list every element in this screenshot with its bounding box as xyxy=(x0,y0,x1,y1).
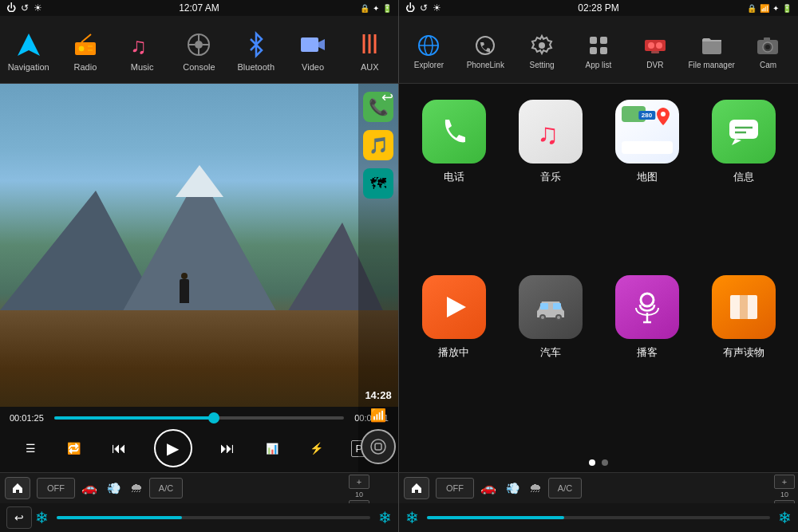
eq-button[interactable]: 📊 xyxy=(263,439,282,458)
page-dot-1[interactable] xyxy=(589,459,595,466)
bottom-left-vol-plus[interactable]: + xyxy=(349,475,369,489)
shuffle-button[interactable]: ⚡ xyxy=(306,439,326,458)
maps-app-icon: 280 xyxy=(615,100,679,164)
left-status-bar: ⏻ ↺ ☀ 12:07 AM 🔒 ✦ 🔋 xyxy=(0,0,398,16)
video-scene xyxy=(0,84,398,407)
video-controls: 00:01:25 00:02:31 ☰ 🔁 ⏮ ▶ ⏭ 📊 ⚡ PIP xyxy=(0,407,398,472)
play-button[interactable]: ▶ xyxy=(154,429,192,467)
bottom-right-vol-plus[interactable]: + xyxy=(774,475,795,489)
sidebar-item-aux[interactable]: AUX xyxy=(346,29,393,72)
phonelink-icon xyxy=(471,31,500,60)
video-icon xyxy=(297,29,329,61)
explorer-label: Explorer xyxy=(414,61,444,69)
sidebar-item-phonelink[interactable]: PhoneLink xyxy=(458,31,512,69)
app-item-messages[interactable]: 信息 xyxy=(701,100,785,262)
app-item-car[interactable]: 汽车 xyxy=(508,275,592,438)
bluetooth-label: Bluetooth xyxy=(238,62,275,72)
svg-rect-54 xyxy=(730,295,741,319)
page-dot-2[interactable] xyxy=(602,459,608,466)
snow-cap xyxy=(176,165,223,197)
svg-point-29 xyxy=(656,42,662,49)
right-status-icons-left: ⏻ ↺ ☀ xyxy=(405,2,441,14)
prev-button[interactable]: ⏮ xyxy=(109,437,129,460)
bottom-left-fan-track[interactable] xyxy=(57,516,370,519)
bottom-right-fan-right-icon: ❄ xyxy=(778,508,792,527)
svg-rect-45 xyxy=(540,303,548,309)
progress-bar-container: 00:01:25 00:02:31 xyxy=(10,413,389,423)
nowplaying-app-icon xyxy=(422,275,486,339)
bottom-right-fan-row: ❄ ❄ xyxy=(399,503,798,533)
svg-rect-27 xyxy=(645,40,666,51)
messages-app-label: 信息 xyxy=(733,170,754,184)
maps-app-label: 地图 xyxy=(637,170,658,184)
sidebar-item-filemanager[interactable]: File manager xyxy=(685,31,739,69)
music-icon: ♫ xyxy=(126,29,158,61)
progress-fill xyxy=(54,416,214,420)
left-status-icons: ⏻ ↺ ☀ xyxy=(6,2,42,14)
back-icon: ↩ xyxy=(14,511,24,524)
repeat-button[interactable]: 🔁 xyxy=(64,439,84,458)
bottom-right-fan-track[interactable] xyxy=(427,516,770,519)
app-item-maps[interactable]: 280 地图 xyxy=(605,100,689,262)
bottom-right-off-button[interactable]: OFF xyxy=(436,478,474,499)
svg-rect-13 xyxy=(301,37,318,52)
setting-label: Setting xyxy=(530,61,555,69)
car-app-icon xyxy=(519,275,583,339)
svg-rect-40 xyxy=(729,120,758,139)
right-lock-icon: 🔒 xyxy=(747,4,757,13)
bottom-right-ac-button[interactable]: A/C xyxy=(548,478,582,499)
bottom-right-fan-left-icon: ❄ xyxy=(405,508,419,527)
sidebar-item-console[interactable]: Console xyxy=(175,29,223,72)
sidebar-item-navigation[interactable]: Navigation xyxy=(5,29,53,72)
app-item-music[interactable]: ♫ 音乐 xyxy=(508,100,592,262)
bottom-right-car-icon: 🚗 xyxy=(477,480,500,495)
mini-maps-button[interactable]: 🗺 xyxy=(363,168,393,199)
back-button[interactable]: ↩ xyxy=(381,89,393,106)
app-item-nowplaying[interactable]: 播放中 xyxy=(412,275,496,438)
side-home-button[interactable] xyxy=(361,429,396,464)
sidebar-item-explorer[interactable]: Explorer xyxy=(401,31,456,69)
progress-thumb[interactable] xyxy=(208,412,219,424)
mini-music-button[interactable]: 🎵 xyxy=(363,130,393,160)
app-grid: 电话 ♫ 音乐 280 xyxy=(399,84,798,453)
bottom-left-off-button[interactable]: OFF xyxy=(37,478,75,499)
sidebar-item-radio[interactable]: Radio xyxy=(61,29,109,72)
app-item-podcasts[interactable]: 播客 xyxy=(605,275,689,438)
sidebar-item-cam[interactable]: Cam xyxy=(741,31,795,69)
playlist-button[interactable]: ☰ xyxy=(22,439,39,458)
right-battery-icon: 🔋 xyxy=(782,4,792,13)
sidebar-item-bluetooth[interactable]: Bluetooth xyxy=(232,29,280,72)
progress-track[interactable] xyxy=(54,416,344,420)
bottom-left-car-icon: 🚗 xyxy=(78,480,101,495)
bottom-left-ac-button[interactable]: A/C xyxy=(149,478,183,499)
svg-rect-35 xyxy=(764,37,770,41)
side-wifi-icon: 📶 xyxy=(370,408,386,423)
next-button[interactable]: ⏭ xyxy=(217,437,238,460)
svg-point-39 xyxy=(661,112,666,116)
app-item-audiobooks[interactable]: 有声读物 xyxy=(701,275,785,438)
sidebar-item-video[interactable]: Video xyxy=(289,29,337,72)
bottom-left-home-button[interactable] xyxy=(5,477,30,499)
right-status-bar: ⏻ ↺ ☀ 02:28 PM 🔒 📶 ✦ 🔋 xyxy=(399,0,798,16)
sidebar-item-music[interactable]: ♫ Music xyxy=(118,29,166,72)
messages-app-icon xyxy=(712,100,776,164)
bottom-left: OFF 🚗 💨 🌧 A/C + 10 − ↩ ❄ ❄ xyxy=(0,473,399,532)
left-status-right-icons: 🔒 ✦ 🔋 xyxy=(360,4,392,13)
dvr-icon xyxy=(641,31,670,60)
map-badge: 280 xyxy=(638,111,655,120)
navigation-icon xyxy=(13,29,45,61)
video-player[interactable] xyxy=(0,84,398,407)
sidebar-item-applist[interactable]: App list xyxy=(571,31,626,69)
nowplaying-app-label: 播放中 xyxy=(438,345,469,360)
aux-icon xyxy=(354,29,385,61)
app-item-phone[interactable]: 电话 xyxy=(412,100,496,262)
bottom-right-home-button[interactable] xyxy=(404,477,429,499)
lock-icon: 🔒 xyxy=(360,4,369,13)
ground xyxy=(0,310,398,408)
right-clock: 02:28 PM xyxy=(578,2,618,14)
bottom-left-back-button[interactable]: ↩ xyxy=(6,506,32,529)
audiobooks-app-icon xyxy=(712,275,776,339)
sidebar-item-setting[interactable]: Setting xyxy=(515,31,569,69)
sidebar-item-dvr[interactable]: DVR xyxy=(628,31,682,69)
radio-label: Radio xyxy=(74,62,97,72)
